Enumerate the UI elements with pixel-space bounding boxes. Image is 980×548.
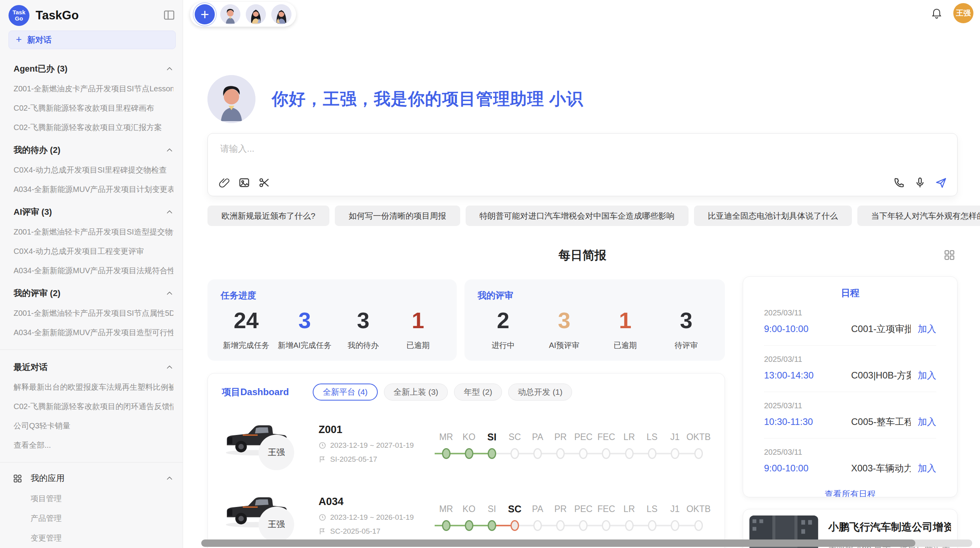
stat-card-title: 我的评审 — [478, 289, 712, 301]
app-subitem[interactable]: 项目管理 — [31, 493, 173, 504]
project-flag-row: SI-2025-05-17 — [319, 455, 431, 464]
filter-pill[interactable]: 全新平台 (4) — [313, 384, 378, 401]
conversation-item[interactable]: A034-全新新能源MUV产品开发项目法规符合性评审 — [14, 265, 173, 276]
project-media: 王强 — [222, 414, 319, 473]
conversation-item[interactable]: C0X4-动力总成开发项目SI里程碑提交物检查 — [14, 165, 173, 175]
project-name: Z001 — [319, 424, 431, 436]
conversation-item[interactable]: 解释最新出台的欧盟报废车法规再生塑料比例被调至15%... — [14, 382, 173, 392]
phone-icon[interactable] — [893, 176, 905, 189]
view-all-schedule-link[interactable]: 查看所有日程 — [764, 488, 936, 497]
sidebar: Task Go TaskGo + 新对话 Agent已办 (3)Z001-全新燃… — [0, 0, 183, 548]
conversation-item[interactable]: A034-全新新能源MUV产品开发项目造型可行性评审 — [14, 327, 173, 338]
stat: 1已逾期 — [602, 307, 648, 351]
milestone: FEC — [595, 501, 618, 534]
attachment-tools — [218, 176, 271, 189]
send-icon[interactable] — [935, 176, 947, 189]
milestone-label: SC — [509, 429, 521, 445]
filter-pill[interactable]: 全新上装 (3) — [384, 384, 448, 401]
view-all-link[interactable]: 查看全部... — [14, 440, 173, 450]
milestone-label: PR — [554, 429, 567, 445]
left-column: 任务进度24新增完成任务3新增AI完成任务3我的待办1已逾期我的评审2进行中3A… — [207, 279, 725, 548]
conversation-item[interactable]: C02-飞腾新能源轻客改款项目的闭环通告反馈情况 — [14, 401, 173, 412]
stat-value: 3 — [278, 307, 332, 334]
member-avatar[interactable] — [220, 4, 240, 24]
add-member-button[interactable]: + — [195, 4, 215, 24]
milestone-dot-row — [618, 445, 641, 462]
grid-icon[interactable] — [943, 248, 956, 262]
conversation-item[interactable]: 公司Q3轻卡销量 — [14, 421, 173, 431]
new-chat-button[interactable]: + 新对话 — [9, 31, 176, 49]
sidebar-scroll-area[interactable]: Agent已办 (3)Z001-全新燃油皮卡产品开发项目SI节点Lesson L… — [0, 49, 183, 548]
join-link[interactable]: 加入 — [918, 462, 936, 474]
milestone-dot — [671, 520, 679, 531]
chat-input[interactable] — [219, 142, 946, 169]
horizontal-scrollbar[interactable] — [201, 539, 972, 547]
section-header[interactable]: 我的评审 (2) — [14, 288, 173, 299]
milestone-dot — [465, 448, 473, 459]
milestone-dot — [625, 448, 634, 459]
suggestion-chip[interactable]: 当下年轻人对汽车外观有怎样的喜好趋势 — [857, 206, 980, 226]
section-header[interactable]: 最近对话 — [14, 361, 173, 373]
briefing-columns: 任务进度24新增完成任务3新增AI完成任务3我的待办1已逾期我的评审2进行中3A… — [207, 279, 958, 548]
join-link[interactable]: 加入 — [918, 416, 936, 428]
app-subitem[interactable]: 变更管理 — [31, 533, 173, 543]
event-time: 10:30-11:30 — [764, 416, 851, 427]
event-name: C005-整车工程目标评审 — [851, 416, 911, 428]
section-header[interactable]: Agent已办 (3) — [14, 63, 173, 75]
conversation-item[interactable]: Z001-全新燃油轻卡产品开发项目SI节点属性5D文件评审 — [14, 308, 173, 319]
user-avatar[interactable]: 王强 — [953, 3, 973, 23]
milestone: PR — [549, 429, 572, 462]
member-avatar[interactable] — [271, 4, 291, 24]
sidebar-toggle-icon[interactable] — [163, 9, 176, 22]
project-info: A0342023-12-19 ~ 2026-01-19SC-2025-05-17 — [319, 496, 431, 536]
scissors-icon[interactable] — [258, 176, 271, 189]
milestone: SI — [480, 429, 503, 462]
section-header[interactable]: 我的待办 (2) — [14, 144, 173, 156]
divider — [0, 349, 183, 350]
section-title: 我的评审 (2) — [14, 288, 60, 299]
chat-input-card — [207, 133, 958, 196]
join-link[interactable]: 加入 — [918, 323, 936, 335]
conversation-item[interactable]: C0X4-动力总成开发项目工程变更评审 — [14, 246, 173, 257]
mic-icon[interactable] — [914, 176, 926, 189]
suggestion-chip[interactable]: 如何写一份清晰的项目周报 — [335, 206, 460, 226]
bell-icon[interactable] — [930, 7, 943, 20]
milestone-dot-row — [503, 445, 526, 462]
app-subitem[interactable]: 产品管理 — [31, 513, 173, 524]
milestone-dot — [533, 448, 542, 459]
project-row: 王强Z0012023-12-19 ~ 2027-01-19SI-2025-05-… — [222, 414, 711, 473]
suggestion-chip[interactable]: 特朗普可能对进口汽车增税会对中国车企造成哪些影响 — [466, 206, 689, 226]
scrollbar-thumb[interactable] — [201, 539, 915, 547]
filter-pill[interactable]: 年型 (2) — [454, 384, 502, 401]
suggestion-chip[interactable]: 欧洲新规最近颁布了什么? — [207, 206, 329, 226]
section-title: Agent已办 (3) — [14, 63, 67, 75]
join-link[interactable]: 加入 — [918, 369, 936, 382]
stat-label: 已逾期 — [395, 340, 441, 351]
milestone: PEC — [572, 501, 595, 534]
milestone-label: LR — [624, 429, 635, 445]
conversation-item[interactable]: Z001-全新燃油皮卡产品开发项目SI节点Lesson Learn报告 — [14, 84, 173, 94]
conversation-item[interactable]: A034-全新新能源MUV产品开发项目计划变更表编写 — [14, 184, 173, 195]
project-list: 王强Z0012023-12-19 ~ 2027-01-19SI-2025-05-… — [222, 414, 711, 548]
milestone-dot-row — [686, 445, 711, 462]
stat: 3待评审 — [663, 307, 709, 351]
stat: 1已逾期 — [395, 307, 441, 351]
milestone-dot-row — [641, 517, 663, 534]
conversation-item[interactable]: C02-飞腾新能源轻客改款项目里程碑画布 — [14, 103, 173, 113]
conversation-item[interactable]: Z001-全新燃油轻卡产品开发项目SI造型提交物评审 — [14, 227, 173, 237]
milestone-dot — [533, 520, 542, 531]
section-header[interactable]: AI评审 (3) — [14, 206, 173, 218]
milestone-dot-row — [480, 517, 503, 534]
image-icon[interactable] — [238, 176, 250, 189]
milestone-dot-row — [549, 517, 572, 534]
sidebar-item-my-apps[interactable]: 我的应用 — [0, 473, 183, 484]
paperclip-icon[interactable] — [218, 176, 230, 189]
conversation-item[interactable]: C02-飞腾新能源轻客改款项目立项汇报方案 — [14, 122, 173, 133]
milestone: KO — [457, 501, 480, 534]
filter-pill[interactable]: 动总开发 (1) — [508, 384, 572, 401]
milestone-dot-row — [435, 445, 457, 462]
project-dates: 2023-12-19 ~ 2026-01-19 — [330, 513, 414, 522]
member-avatar[interactable] — [246, 4, 266, 24]
schedule-events: 2025/03/119:00-10:00C001-立项审批会加入2025/03/… — [764, 299, 936, 485]
suggestion-chip[interactable]: 比亚迪全固态电池计划具体说了什么 — [694, 206, 852, 226]
